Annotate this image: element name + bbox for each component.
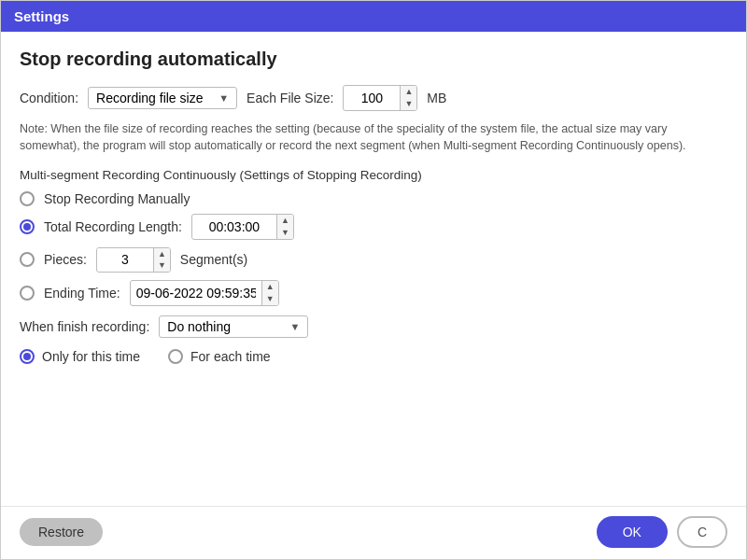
ending-time-spinner: ▲ ▼ [261, 281, 278, 305]
radio-total-length[interactable] [20, 219, 35, 234]
title-bar: Settings [1, 1, 746, 32]
footer: Restore OK C [1, 506, 746, 559]
total-length-up-button[interactable]: ▲ [277, 215, 293, 227]
radio-row-total-length[interactable]: Total Recording Length: ▲ ▼ [20, 214, 727, 240]
pieces-down-button[interactable]: ▼ [154, 259, 170, 272]
radio-group: Stop Recording Manually Total Recording … [20, 191, 727, 306]
file-size-input-wrap: ▲ ▼ [343, 85, 417, 111]
pieces-unit-label: Segment(s) [180, 252, 247, 267]
file-size-spinner: ▲ ▼ [400, 86, 416, 110]
main-content: Stop recording automatically Condition: … [1, 32, 746, 506]
pieces-up-button[interactable]: ▲ [154, 248, 170, 260]
info-text: Note: When the file size of recording re… [20, 120, 727, 156]
ending-time-up-button[interactable]: ▲ [262, 281, 278, 293]
radio-total-length-label: Total Recording Length: [44, 219, 182, 234]
after-finish-label: When finish recording: [20, 319, 149, 334]
pieces-input-wrap: ▲ ▼ [96, 247, 171, 273]
radio-only-this-time[interactable]: Only for this time [20, 349, 140, 364]
ending-time-down-button[interactable]: ▼ [262, 293, 278, 305]
radio-pieces[interactable] [20, 252, 35, 267]
restore-button[interactable]: Restore [20, 518, 103, 546]
only-this-time-label: Only for this time [42, 349, 140, 364]
total-length-input[interactable] [192, 216, 276, 238]
radio-each-time-btn[interactable] [168, 349, 183, 364]
ok-button[interactable]: OK [597, 516, 668, 548]
pieces-spinner: ▲ ▼ [153, 248, 170, 273]
ending-time-input-wrap: ▲ ▼ [130, 280, 279, 306]
radio-stop-manually[interactable] [20, 191, 35, 206]
cancel-button[interactable]: C [677, 516, 727, 548]
radio-stop-manually-label: Stop Recording Manually [44, 191, 190, 206]
after-finish-row: When finish recording: Do nothing ▼ [20, 315, 727, 338]
total-length-spinner: ▲ ▼ [276, 215, 293, 239]
file-size-label: Each File Size: [247, 91, 333, 105]
pieces-input[interactable] [97, 248, 153, 271]
ending-time-input[interactable] [131, 282, 261, 304]
radio-row-ending-time[interactable]: Ending Time: ▲ ▼ [20, 280, 727, 306]
file-size-unit: MB [427, 91, 446, 105]
condition-row: Condition: Recording file size ▼ Each Fi… [20, 85, 727, 111]
settings-window: Settings Stop recording automatically Co… [0, 0, 747, 560]
radio-pieces-label: Pieces: [44, 252, 87, 267]
after-finish-chevron-icon: ▼ [289, 321, 300, 332]
page-title: Stop recording automatically [20, 49, 727, 70]
condition-select[interactable]: Recording file size ▼ [88, 87, 237, 109]
radio-ending-time-label: Ending Time: [44, 286, 120, 301]
condition-select-chevron-icon: ▼ [218, 92, 229, 104]
radio-only-this-time-btn[interactable] [20, 349, 35, 364]
radio-ending-time[interactable] [20, 286, 35, 301]
radio-each-time[interactable]: For each time [168, 349, 271, 364]
file-size-input[interactable] [344, 87, 400, 109]
window-title: Settings [14, 8, 69, 24]
condition-select-value: Recording file size [96, 91, 203, 105]
each-time-label: For each time [190, 349, 271, 364]
after-finish-select[interactable]: Do nothing ▼ [159, 315, 308, 338]
radio-row-pieces[interactable]: Pieces: ▲ ▼ Segment(s) [20, 247, 727, 273]
condition-label: Condition: [20, 91, 78, 105]
after-finish-select-value: Do nothing [167, 319, 231, 334]
radio-row-stop-manually[interactable]: Stop Recording Manually [20, 191, 727, 206]
file-size-down-button[interactable]: ▼ [401, 98, 416, 110]
file-size-up-button[interactable]: ▲ [401, 86, 416, 98]
for-time-row: Only for this time For each time [20, 349, 727, 364]
total-length-down-button[interactable]: ▼ [277, 227, 293, 239]
total-length-input-wrap: ▲ ▼ [191, 214, 294, 240]
footer-right: OK C [597, 516, 727, 548]
section-title: Multi-segment Recording Continuously (Se… [20, 168, 727, 182]
